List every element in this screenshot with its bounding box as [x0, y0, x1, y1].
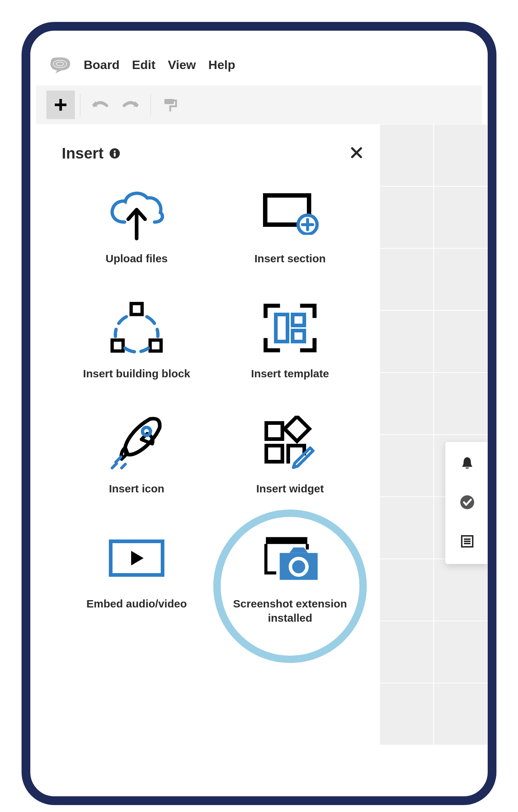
tile-label: Screenshot extension installed	[226, 596, 354, 625]
tile-insert-icon[interactable]: Insert icon	[65, 413, 208, 499]
video-play-icon	[106, 536, 168, 580]
canvas-cell[interactable]	[380, 683, 434, 745]
canvas-cell[interactable]	[380, 186, 434, 248]
svg-rect-16	[150, 340, 161, 351]
canvas-cell[interactable]	[434, 310, 488, 373]
menu-edit[interactable]: Edit	[132, 58, 155, 72]
format-painter-button[interactable]	[156, 91, 184, 119]
svg-rect-4	[164, 99, 174, 104]
tile-insert-section[interactable]: Insert section	[219, 183, 361, 268]
canvas-cell[interactable]	[380, 621, 434, 683]
canvas-grid	[380, 124, 488, 745]
tile-screenshot-extension[interactable]: Screenshot extension installed	[219, 528, 361, 628]
svg-rect-25	[266, 446, 282, 462]
svg-rect-28	[266, 537, 307, 544]
add-button[interactable]	[46, 91, 75, 119]
insert-panel: Insert	[36, 124, 380, 745]
side-toolbar	[445, 442, 489, 564]
svg-rect-24	[266, 423, 282, 439]
svg-line-21	[116, 457, 121, 462]
redo-button[interactable]	[117, 91, 145, 119]
svg-rect-17	[276, 314, 287, 342]
menu-view[interactable]: View	[168, 58, 196, 72]
tile-label: Upload files	[106, 251, 168, 266]
section-plus-icon	[261, 191, 319, 235]
svg-rect-18	[293, 314, 304, 325]
canvas-cell[interactable]	[380, 435, 434, 497]
building-block-icon	[106, 301, 168, 355]
info-icon[interactable]	[108, 147, 121, 160]
toolbar	[36, 85, 482, 124]
canvas-area[interactable]	[380, 124, 488, 745]
canvas-cell[interactable]	[434, 124, 488, 186]
screenshot-camera-icon	[259, 531, 321, 586]
canvas-cell[interactable]	[434, 248, 488, 310]
canvas-cell[interactable]	[380, 373, 434, 435]
canvas-cell[interactable]	[434, 683, 488, 745]
svg-rect-14	[131, 304, 142, 314]
panel-title: Insert	[62, 145, 103, 162]
tile-label: Insert building block	[83, 366, 190, 381]
tile-insert-building-block[interactable]: Insert building block	[65, 298, 208, 384]
svg-point-31	[460, 495, 474, 509]
check-circle-icon	[460, 495, 475, 510]
rocket-icon	[106, 414, 168, 472]
close-icon	[350, 146, 363, 159]
tile-label: Insert template	[251, 366, 329, 381]
canvas-cell[interactable]	[380, 497, 434, 559]
svg-rect-26	[285, 416, 309, 441]
menu-board[interactable]: Board	[84, 58, 119, 72]
insert-grid: Upload files Insert section	[62, 183, 365, 628]
canvas-cell[interactable]	[380, 310, 434, 373]
tile-insert-widget[interactable]: Insert widget	[219, 413, 361, 499]
tile-label: Insert icon	[109, 481, 164, 496]
bell-icon	[460, 456, 475, 470]
toolbar-separator	[80, 94, 80, 116]
widget-edit-icon	[259, 416, 321, 470]
app-logo-icon[interactable]	[49, 55, 71, 75]
tile-label: Insert widget	[256, 481, 324, 496]
canvas-cell[interactable]	[434, 373, 488, 435]
tile-label: Embed audio/video	[86, 596, 187, 611]
check-button[interactable]	[460, 495, 475, 511]
canvas-cell[interactable]	[434, 186, 488, 248]
svg-rect-7	[114, 153, 116, 157]
tile-label: Insert section	[254, 251, 325, 266]
canvas-cell[interactable]	[380, 248, 434, 310]
menubar: Board Edit View Help	[30, 53, 488, 85]
close-panel-button[interactable]	[348, 144, 365, 163]
cloud-upload-icon	[106, 186, 168, 240]
tile-upload-files[interactable]: Upload files	[65, 183, 208, 268]
canvas-cell[interactable]	[380, 559, 434, 621]
panel-header: Insert	[62, 144, 365, 163]
tile-insert-template[interactable]: Insert template	[219, 298, 361, 384]
list-button[interactable]	[460, 534, 475, 550]
app-frame: Board Edit View Help	[22, 22, 496, 805]
tile-embed-audio-video[interactable]: Embed audio/video	[65, 528, 208, 628]
svg-rect-15	[112, 340, 123, 351]
notifications-button[interactable]	[460, 456, 475, 472]
svg-point-20	[142, 427, 151, 435]
menu-help[interactable]: Help	[208, 58, 235, 72]
list-icon	[460, 534, 475, 549]
undo-button[interactable]	[85, 91, 114, 119]
svg-line-22	[112, 464, 117, 468]
canvas-cell[interactable]	[434, 559, 488, 621]
toolbar-separator	[151, 94, 151, 116]
canvas-cell[interactable]	[380, 124, 434, 186]
canvas-cell[interactable]	[434, 621, 488, 683]
template-scan-icon	[259, 301, 321, 355]
svg-point-6	[114, 150, 116, 152]
svg-line-23	[122, 464, 125, 468]
svg-rect-19	[293, 331, 304, 342]
